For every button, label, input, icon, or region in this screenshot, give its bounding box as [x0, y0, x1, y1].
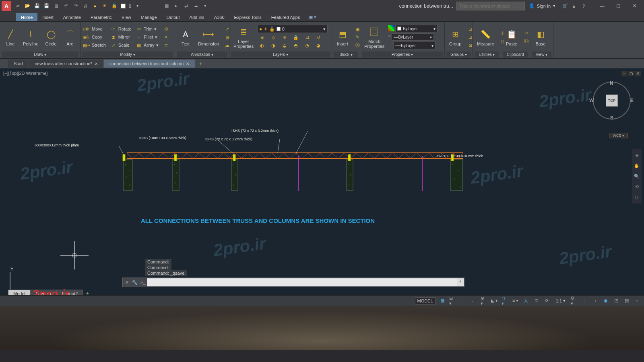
panel-clipboard-label[interactable]: Clipboard — [503, 51, 528, 58]
arc-button[interactable]: ⌒Arc — [61, 27, 79, 47]
status-grid-icon[interactable]: ▦ — [439, 297, 446, 304]
lineweight-icon[interactable]: ≡ — [388, 33, 390, 41]
fillet-button[interactable]: ⌐Fillet ▾ — [134, 33, 160, 41]
cmd-expand-icon[interactable]: ▴ — [457, 278, 464, 286]
drawing-viewport[interactable]: [−][Top][2D Wireframe] — ▢ ✕ 2pro.ir 2pr… — [0, 68, 644, 306]
tab-addins[interactable]: Add-ins — [185, 13, 209, 21]
paste-button[interactable]: 📋Paste — [503, 27, 520, 47]
layer-properties-button[interactable]: ≣Layer Properties — [231, 25, 256, 49]
layer-off-button[interactable]: ◇ — [268, 34, 278, 41]
layer-lock-button[interactable]: 🔒 — [291, 34, 301, 41]
bulb-icon[interactable]: ● — [92, 3, 98, 9]
tab-insert[interactable]: Insert — [37, 13, 58, 21]
tab-parametric[interactable]: Parametric — [86, 13, 117, 21]
panel-properties-label[interactable]: Properties ▾ — [362, 51, 443, 58]
plot-icon[interactable]: 🖶 — [53, 3, 60, 9]
tab-annotate[interactable]: Annotate — [58, 13, 86, 21]
maximize-button[interactable]: ▢ — [610, 0, 626, 12]
workspace-icon[interactable]: ▦ — [163, 3, 170, 9]
linetype-icon[interactable]: ⋯ — [388, 42, 392, 49]
status-iso-icon[interactable]: ◳ — [613, 297, 620, 304]
status-ws-icon[interactable]: ⚙ ▾ — [571, 297, 578, 304]
file-tab-truss[interactable]: new truss afterr construction*✕ — [29, 60, 103, 68]
layer-btn-e[interactable]: ◔ — [302, 42, 312, 49]
panel-block-label[interactable]: Block ▾ — [334, 51, 358, 58]
color-combo[interactable]: ByLayer▾ — [395, 25, 438, 32]
cloud-icon[interactable]: ☁ — [192, 3, 199, 9]
tab-manage[interactable]: Manage — [136, 13, 162, 21]
status-customize-icon[interactable]: ≡ — [634, 297, 641, 304]
circle-button[interactable]: ◯Circle — [42, 27, 60, 47]
status-osnap-icon[interactable]: ◻ ▾ — [502, 297, 509, 304]
lineweight-combo[interactable]: ━━ ByLayer▾ — [392, 33, 434, 41]
panel-annotation-label[interactable]: Annotation ▾ — [177, 51, 227, 58]
status-polar-icon[interactable]: ⊛ ▾ — [481, 297, 488, 304]
tab-express-tools[interactable]: Express Tools — [229, 13, 266, 21]
stretch-button[interactable]: ⟷Stretch — [82, 41, 107, 49]
qat-more-icon[interactable]: ▾ — [134, 3, 141, 9]
copy-button[interactable]: ⿻Copy — [82, 33, 107, 41]
share-icon[interactable]: ⇄ — [183, 3, 189, 9]
move-button[interactable]: ✥Move — [82, 25, 107, 33]
text-button[interactable]: AText — [177, 27, 194, 47]
modify-ext3-button[interactable]: ⊂ — [161, 41, 171, 49]
layer-prev-button[interactable]: ↺ — [314, 34, 323, 41]
tab-output[interactable]: Output — [162, 13, 185, 21]
linetype-combo[interactable]: ── ByLayer▾ — [393, 42, 436, 49]
status-lwt-icon[interactable]: ≡ ▾ — [512, 297, 519, 304]
file-tab-start[interactable]: Start — [8, 60, 29, 68]
dropdown-icon[interactable]: ▾ — [202, 3, 208, 9]
status-snap-icon[interactable]: ⊞ ▾ — [449, 297, 456, 304]
rotate-button[interactable]: ⟳Rotate — [109, 25, 133, 33]
redo-icon[interactable]: ↷ — [72, 3, 79, 9]
layer-btn-d[interactable]: ◓ — [291, 42, 301, 49]
color-swatch-icon[interactable] — [388, 25, 394, 31]
search-input[interactable] — [456, 2, 525, 10]
autodesk-app-icon[interactable]: ▲ — [571, 3, 577, 9]
new-tab-button[interactable]: + — [195, 60, 206, 68]
status-isodraft-icon[interactable]: ◣ ▾ — [491, 297, 498, 304]
status-scale[interactable]: 1:1 ▾ — [554, 297, 568, 304]
layer-selector[interactable]: ● ☀ 🔓 0 ▾ — [257, 25, 328, 33]
measure-button[interactable]: 📏Measure — [475, 27, 497, 47]
panel-groups-label[interactable]: Groups ▾ — [446, 51, 471, 58]
status-ortho-icon[interactable]: ⌐ — [470, 297, 477, 304]
layer-btn-f[interactable]: ◕ — [314, 42, 323, 49]
panel-view-label[interactable]: View ▾ — [532, 51, 551, 58]
layer-freeze-button[interactable]: ❄ — [280, 34, 289, 41]
new-icon[interactable]: ▱ — [14, 3, 21, 9]
exchange-icon[interactable]: 🛒 — [562, 3, 568, 9]
modify-ext2-button[interactable]: ✦ — [161, 33, 171, 41]
app-menu-icon[interactable]: A — [2, 1, 11, 11]
open-icon[interactable]: 📂 — [24, 3, 31, 9]
array-button[interactable]: ▦Array ▾ — [134, 41, 160, 49]
save-icon[interactable]: 💾 — [34, 3, 40, 9]
layer-btn-a[interactable]: ◐ — [257, 42, 267, 49]
insert-button[interactable]: ⬒Insert — [334, 27, 351, 47]
modify-ext1-button[interactable]: ⚙ — [161, 25, 171, 33]
status-annoscale-icon[interactable]: ⚖ — [533, 297, 540, 304]
status-model[interactable]: MODEL — [415, 297, 436, 304]
layer-btn-c[interactable]: ◒ — [280, 42, 289, 49]
signin-button[interactable]: 👤 Sign In ▾ — [525, 3, 559, 8]
ribbon-gear-icon[interactable]: ▣ ▾ — [305, 13, 320, 21]
group-button[interactable]: ⊞Group — [446, 27, 464, 47]
close-icon[interactable]: ✕ — [95, 62, 98, 66]
command-input[interactable] — [147, 278, 457, 286]
lock-icon[interactable]: 🔒 — [111, 3, 118, 9]
close-icon[interactable]: ✕ — [186, 62, 189, 66]
trim-button[interactable]: ✂Trim ▾ — [134, 25, 160, 33]
panel-draw-label[interactable]: Draw ▾ — [2, 51, 78, 58]
polyline-button[interactable]: ⌇Polyline — [21, 27, 41, 47]
saveas-icon[interactable]: 💾 — [43, 3, 50, 9]
line-button[interactable]: ╱Line — [2, 27, 19, 47]
tab-featured-apps[interactable]: Featured Apps — [266, 13, 305, 21]
base-button[interactable]: ◧Base — [532, 27, 549, 47]
tab-home[interactable]: Home — [16, 13, 37, 21]
close-button[interactable]: ✕ — [626, 0, 642, 12]
layer-iso-button[interactable]: ◈ — [257, 34, 267, 41]
mirror-button[interactable]: ⧗Mirror — [109, 33, 133, 41]
layer-btn-b[interactable]: ◑ — [268, 42, 278, 49]
match-properties-button[interactable]: ⿴Match Properties — [362, 25, 387, 49]
panel-modify-label[interactable]: Modify ▾ — [82, 51, 173, 58]
